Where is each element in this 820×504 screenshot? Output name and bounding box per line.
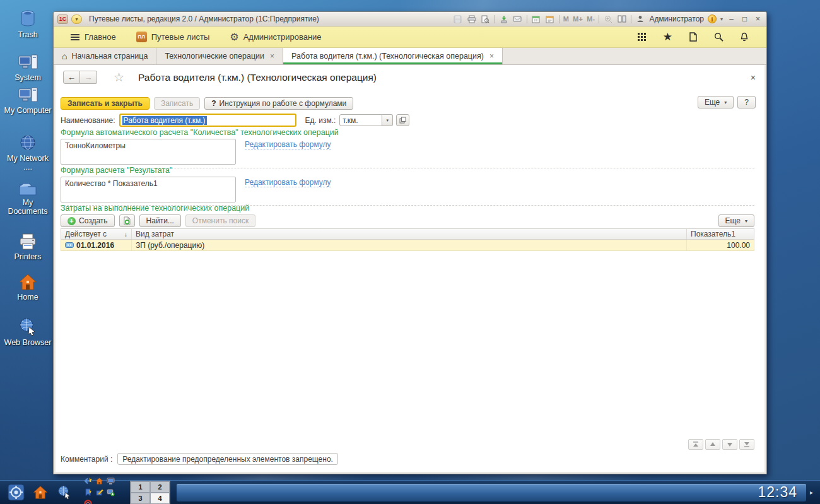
- form-help-button[interactable]: ?: [737, 96, 756, 108]
- create-button[interactable]: + Создать: [61, 214, 115, 227]
- pager-desktop-4[interactable]: 4: [150, 493, 170, 504]
- quick-launch-bookmark-icon[interactable]: [83, 487, 93, 498]
- desktop-icon-printers[interactable]: Printers: [3, 232, 53, 261]
- form-content: ← → ☆ Работа водителя (т.км.) (Технологи…: [56, 65, 764, 472]
- quick-launch-back-icon[interactable]: [83, 476, 93, 486]
- column-header-date[interactable]: Действует с ↓: [61, 229, 132, 239]
- taskbar-clock[interactable]: 12:34: [758, 484, 806, 501]
- waybills-subsystem-icon: ПЛ: [136, 32, 147, 42]
- save-button[interactable]: Записать: [154, 97, 200, 110]
- comment-input[interactable]: Редактирование предопределенных элементо…: [117, 453, 338, 465]
- send-mail-icon[interactable]: [513, 15, 523, 24]
- table-row[interactable]: 01.01.2016 ЗП (руб./операцию) 100.00: [61, 240, 754, 251]
- section-title-quantity-formula: Формула автоматического расчета "Количес…: [61, 128, 339, 137]
- home-icon: ⌂: [62, 51, 67, 61]
- quick-launch-display-icon[interactable]: [105, 476, 116, 486]
- taskbar-browser-icon[interactable]: [56, 484, 73, 500]
- calendar-icon[interactable]: [531, 15, 541, 24]
- quick-launch-share-icon[interactable]: [105, 487, 116, 498]
- chevron-down-icon: ▾: [724, 100, 727, 105]
- close-button[interactable]: ×: [753, 15, 763, 23]
- split-window-icon[interactable]: [617, 15, 627, 24]
- attach-icon[interactable]: [499, 15, 509, 24]
- tab-driver-work[interactable]: Работа водителя (т.км.) (Технологическая…: [283, 48, 503, 64]
- column-header-cost-type[interactable]: Вид затрат: [132, 229, 687, 239]
- quick-launch-home-icon[interactable]: [94, 476, 105, 486]
- find-button[interactable]: Найти...: [139, 214, 181, 227]
- taskbar-home-icon[interactable]: [32, 484, 49, 500]
- desktop-icon-my-computer[interactable]: My Computer: [3, 86, 53, 115]
- save-and-close-button[interactable]: Записать и закрыть: [61, 97, 149, 110]
- name-field-label: Наименование:: [61, 116, 115, 125]
- go-last-button[interactable]: [739, 439, 754, 450]
- unit-open-button[interactable]: [396, 114, 409, 126]
- instruction-button[interactable]: ? Инструкция по работе с формулами: [204, 97, 353, 110]
- favorites-star-icon[interactable]: ★: [663, 30, 672, 44]
- desktop-icon-label: Home: [17, 293, 38, 302]
- current-user-label[interactable]: Администратор: [649, 15, 704, 23]
- calendar-31-icon[interactable]: [545, 15, 555, 24]
- menu-item-main[interactable]: Главное: [62, 26, 124, 47]
- pager-desktop-3[interactable]: 3: [131, 493, 150, 504]
- desktop-icon-my-documents[interactable]: My Documents: [3, 179, 53, 216]
- menu-item-waybills[interactable]: ПЛ Путевые листы: [129, 26, 218, 47]
- menu-item-administration[interactable]: ⚙ Администрирование: [222, 26, 329, 47]
- system-menu-dropdown[interactable]: ▾: [71, 15, 82, 24]
- minimize-button[interactable]: –: [727, 15, 736, 23]
- calc-m-plus-button[interactable]: M+: [573, 15, 583, 23]
- notifications-bell-icon[interactable]: [740, 32, 749, 42]
- quick-launch-cluster: [83, 476, 116, 504]
- form-close-icon[interactable]: ×: [751, 73, 756, 83]
- tab-close-icon[interactable]: ×: [270, 52, 274, 61]
- desktop-icon-home[interactable]: Home: [3, 273, 53, 302]
- maximize-button[interactable]: □: [740, 15, 749, 23]
- tab-start-page[interactable]: ⌂ Начальная страница: [54, 48, 156, 64]
- refresh-button[interactable]: [119, 214, 135, 227]
- info-icon[interactable]: i: [708, 15, 717, 23]
- pager-desktop-1[interactable]: 1: [131, 481, 150, 493]
- name-input[interactable]: Работа водителя (т.км.): [119, 114, 296, 127]
- tab-close-icon[interactable]: ×: [489, 52, 494, 61]
- quick-launch-edit-icon[interactable]: [94, 487, 105, 498]
- pager-desktop-2[interactable]: 2: [150, 481, 170, 493]
- 1c-application-window: 1С ▾ Путевые листы, редакция 2.0 / Админ…: [53, 11, 767, 474]
- forward-button[interactable]: →: [80, 71, 97, 84]
- desktop-icon-trash[interactable]: Trash: [3, 9, 53, 39]
- quantity-formula-input[interactable]: ТонноКилометры: [61, 139, 236, 165]
- cancel-search-button[interactable]: Отменить поиск: [185, 214, 255, 227]
- zoom-icon[interactable]: [603, 15, 613, 24]
- plus-icon: +: [67, 217, 76, 225]
- go-first-button[interactable]: [688, 439, 703, 450]
- desktop-icon-web-browser[interactable]: Web Browser: [3, 317, 53, 347]
- save-icon[interactable]: [453, 15, 463, 24]
- search-icon[interactable]: [714, 32, 723, 42]
- go-up-button[interactable]: [705, 439, 720, 450]
- print-preview-icon[interactable]: [481, 15, 491, 24]
- unit-dropdown-button[interactable]: ▾: [382, 114, 393, 126]
- calc-m-minus-button[interactable]: M-: [587, 15, 595, 23]
- edit-result-formula-link[interactable]: Редактировать формулу: [245, 178, 331, 187]
- back-button[interactable]: ←: [63, 71, 80, 84]
- calc-m-button[interactable]: M: [563, 15, 569, 23]
- desktop-icon-my-network[interactable]: My Network ....: [3, 134, 53, 172]
- all-functions-grid-icon[interactable]: [637, 32, 647, 42]
- form-more-button[interactable]: Еще ▾: [698, 96, 734, 108]
- go-down-button[interactable]: [722, 439, 737, 450]
- edit-quantity-formula-link[interactable]: Редактировать формулу: [245, 140, 331, 149]
- result-formula-input[interactable]: Количество * Показатель1: [61, 177, 236, 202]
- favorite-star-icon[interactable]: ☆: [114, 70, 124, 85]
- cell-cost-type: ЗП (руб./операцию): [132, 240, 687, 250]
- column-header-indicator[interactable]: Показатель1: [687, 229, 754, 239]
- app-launcher-icon[interactable]: [8, 484, 25, 501]
- quick-launch-help-icon[interactable]: [83, 498, 93, 504]
- hamburger-icon: [70, 33, 80, 41]
- chevron-down-icon[interactable]: ▾: [720, 16, 723, 22]
- panel-expand-arrow-icon[interactable]: ▸: [810, 489, 817, 496]
- tab-label: Начальная страница: [71, 52, 148, 61]
- history-icon[interactable]: [689, 32, 698, 42]
- unit-input[interactable]: т.км.: [339, 114, 382, 126]
- tab-tech-operations[interactable]: Технологические операции ×: [156, 48, 283, 64]
- desktop-icon-system[interactable]: System: [3, 53, 53, 82]
- table-more-button[interactable]: Еще ▾: [718, 214, 754, 227]
- print-icon[interactable]: [467, 15, 477, 24]
